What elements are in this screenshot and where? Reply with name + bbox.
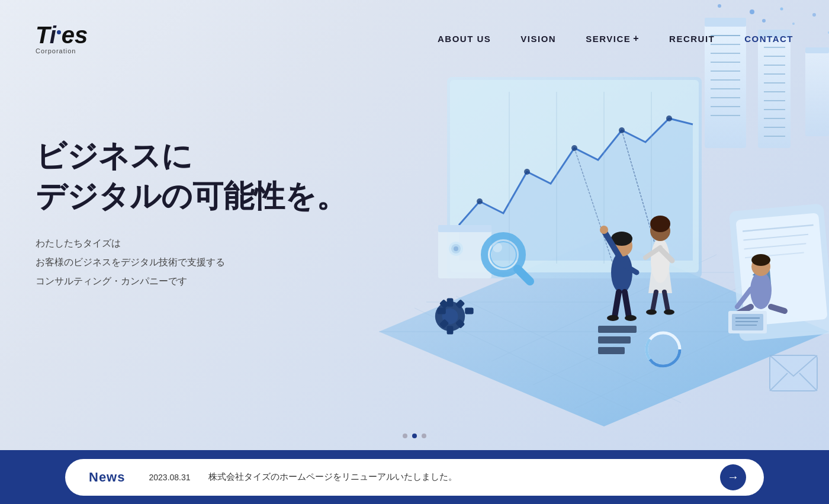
svg-point-102	[646, 310, 657, 315]
svg-point-106	[751, 254, 770, 266]
svg-rect-119	[598, 336, 631, 344]
hero-title-line1: ビジネスに	[36, 136, 347, 176]
nav-about[interactable]: ABOUT US	[438, 34, 491, 44]
svg-line-108	[771, 307, 785, 311]
nav-vision[interactable]: VISION	[520, 34, 556, 44]
pagination-dots	[403, 434, 426, 438]
svg-marker-97	[648, 269, 672, 293]
nav-recruit[interactable]: RECRUIT	[669, 34, 715, 44]
hero-desc-3: コンサルティング・カンパニーです	[36, 272, 347, 291]
site-header: Ties Corporation ABOUT US VISION SERVICE…	[0, 0, 829, 77]
svg-point-19	[477, 198, 483, 204]
nav-service[interactable]: SERVICE +	[586, 33, 640, 44]
svg-rect-65	[438, 225, 491, 232]
svg-rect-118	[598, 326, 637, 333]
hero-desc-2: お客様のビジネスをデジタル技術で支援する	[36, 253, 347, 272]
nav-contact[interactable]: CONTACT	[744, 34, 793, 44]
news-date: 2023.08.31	[149, 473, 190, 482]
hero-description: わたしたちタイズは お客様のビジネスをデジタル技術で支援する コンサルティング・…	[36, 234, 347, 291]
logo-sub: Corporation	[36, 47, 88, 54]
hero-desc-1: わたしたちタイズは	[36, 234, 347, 253]
dot-1[interactable]	[403, 434, 407, 438]
svg-point-68	[454, 246, 458, 251]
news-bar: News 2023.08.31 株式会社タイズのホームページをリニューアルいたし…	[0, 450, 829, 504]
arrow-right-icon: →	[727, 470, 739, 484]
svg-point-88	[600, 226, 608, 234]
svg-rect-121	[770, 355, 817, 391]
svg-point-93	[625, 315, 637, 321]
hero-title: ビジネスに デジタルの可能性を。	[36, 136, 347, 216]
svg-rect-73	[437, 308, 445, 314]
svg-rect-72	[447, 326, 454, 334]
svg-point-103	[664, 310, 674, 315]
svg-rect-74	[465, 308, 473, 314]
news-inner: News 2023.08.31 株式会社タイズのホームページをリニューアルいたし…	[65, 459, 764, 496]
news-text: 株式会社タイズのホームページをリニューアルいたしました。	[208, 471, 720, 483]
service-plus-icon: +	[633, 33, 640, 44]
main-nav: ABOUT US VISION SERVICE + RECRUIT CONTAC…	[438, 33, 793, 44]
svg-rect-120	[598, 347, 625, 354]
logo-dot	[57, 30, 61, 34]
svg-line-91	[625, 292, 629, 317]
svg-point-104	[750, 271, 772, 309]
news-arrow-button[interactable]: →	[720, 464, 746, 490]
dot-2[interactable]	[412, 434, 417, 438]
svg-rect-110	[732, 314, 763, 330]
nav-service-label: SERVICE	[586, 34, 631, 44]
svg-line-90	[615, 292, 619, 317]
svg-point-92	[607, 315, 619, 321]
dot-3[interactable]	[422, 434, 426, 438]
svg-point-20	[524, 169, 530, 175]
svg-point-96	[650, 216, 670, 232]
news-label: News	[89, 470, 125, 485]
hero-content: ビジネスに デジタルの可能性を。 わたしたちタイズは お客様のビジネスをデジタル…	[36, 136, 347, 291]
hero-title-line2: デジタルの可能性を。	[36, 176, 347, 217]
svg-point-23	[666, 115, 672, 121]
svg-point-83	[493, 243, 502, 252]
logo[interactable]: Ties Corporation	[36, 23, 88, 54]
logo-brand: Ties	[36, 23, 88, 47]
